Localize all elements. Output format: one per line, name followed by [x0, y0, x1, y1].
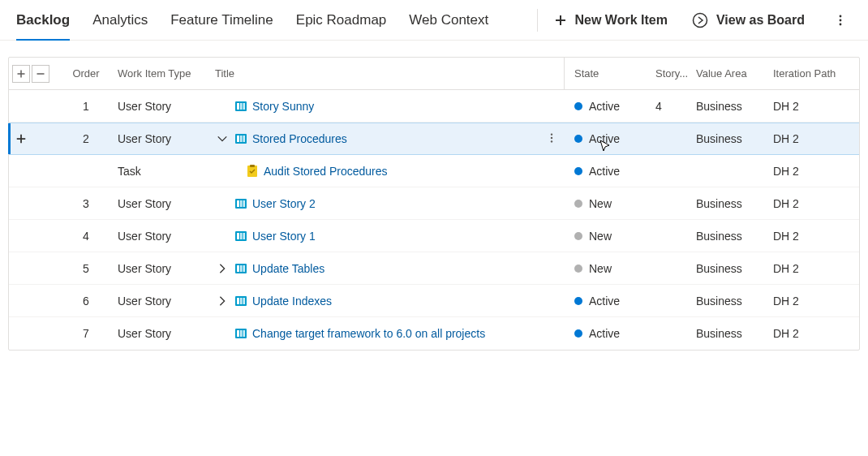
tab-epic-roadmap[interactable]: Epic Roadmap	[296, 0, 387, 40]
row-value-area: Business	[693, 262, 770, 275]
expand-all-button[interactable]	[12, 65, 30, 83]
header-more-button[interactable]	[829, 9, 852, 32]
row-state: Active	[589, 165, 620, 178]
backlog-row[interactable]: 1User StoryStory SunnyActive4BusinessDH …	[9, 90, 859, 123]
row-state: Active	[589, 295, 620, 308]
row-state: Active	[589, 132, 620, 145]
state-dot-icon	[574, 135, 582, 143]
row-order: 6	[58, 295, 114, 308]
grid-header: Order Work Item Type Title State Story..…	[9, 58, 859, 90]
row-iteration: DH 2	[770, 262, 859, 275]
chevron-right-icon[interactable]	[215, 295, 230, 307]
col-header-value[interactable]: Value Area	[693, 67, 770, 80]
row-order: 4	[58, 230, 114, 243]
row-title-link[interactable]: Change target framework to 6.0 on all pr…	[252, 327, 485, 340]
board-view-icon	[692, 12, 708, 28]
row-value-area: Business	[693, 132, 770, 145]
tab-analytics[interactable]: Analytics	[92, 0, 148, 40]
view-as-board-button[interactable]: View as Board	[692, 12, 805, 28]
row-state: Active	[589, 327, 620, 340]
row-iteration: DH 2	[770, 327, 859, 340]
row-iteration: DH 2	[770, 197, 859, 210]
backlog-row[interactable]: 5User StoryUpdate TablesNewBusinessDH 2	[9, 252, 859, 285]
tab-backlog[interactable]: Backlog	[16, 0, 70, 40]
row-value-area: Business	[693, 230, 770, 243]
minus-icon	[36, 69, 45, 79]
more-vertical-icon	[546, 132, 557, 144]
row-state: New	[589, 197, 612, 210]
user-story-icon	[234, 230, 247, 243]
col-header-title[interactable]: Title	[212, 67, 533, 80]
tab-web-context[interactable]: Web Context	[409, 0, 488, 40]
collapse-all-button[interactable]	[32, 65, 49, 83]
plus-icon	[15, 133, 27, 144]
plus-icon	[16, 69, 26, 79]
new-work-item-label: New Work Item	[575, 13, 668, 28]
state-dot-icon	[574, 297, 582, 305]
row-title-link[interactable]: User Story 1	[252, 230, 316, 243]
tab-feature-timeline[interactable]: Feature Timeline	[170, 0, 273, 40]
backlog-row[interactable]: 2User StoryStored ProceduresActiveBusine…	[9, 123, 859, 155]
row-iteration: DH 2	[770, 230, 859, 243]
row-type: User Story	[114, 100, 212, 113]
row-state: New	[589, 230, 612, 243]
row-type: User Story	[114, 295, 212, 308]
row-order: 3	[58, 197, 114, 210]
row-story-points: 4	[652, 100, 693, 113]
chevron-right-icon[interactable]	[215, 263, 230, 274]
row-title-link[interactable]: Stored Procedures	[252, 132, 347, 145]
state-dot-icon	[574, 232, 582, 240]
new-work-item-button[interactable]: New Work Item	[554, 13, 668, 28]
row-iteration: DH 2	[770, 132, 859, 145]
backlog-row[interactable]: 3User StoryUser Story 2NewBusinessDH 2	[9, 187, 859, 220]
user-story-icon	[234, 262, 247, 275]
row-type: User Story	[114, 197, 212, 210]
row-iteration: DH 2	[770, 295, 859, 308]
row-title-link[interactable]: Audit Stored Procedures	[264, 165, 388, 178]
row-more-button[interactable]	[546, 132, 557, 146]
backlog-row[interactable]: TaskAudit Stored ProceduresActiveDH 2	[9, 155, 859, 187]
row-type: User Story	[114, 262, 212, 275]
row-title-link[interactable]: Update Indexes	[252, 295, 332, 308]
user-story-icon	[234, 100, 247, 113]
row-iteration: DH 2	[770, 165, 859, 178]
row-order: 1	[58, 100, 114, 113]
col-header-type[interactable]: Work Item Type	[114, 67, 212, 80]
more-vertical-icon	[834, 14, 847, 27]
state-dot-icon	[574, 265, 582, 273]
row-title-link[interactable]: Update Tables	[252, 262, 324, 275]
row-type: User Story	[114, 230, 212, 243]
row-iteration: DH 2	[770, 100, 859, 113]
col-header-state[interactable]: State	[571, 67, 652, 80]
col-header-order[interactable]: Order	[58, 67, 114, 80]
row-state: New	[589, 262, 612, 275]
row-state: Active	[589, 100, 620, 113]
row-value-area: Business	[693, 327, 770, 340]
top-tabs: Backlog Analytics Feature Timeline Epic …	[16, 0, 488, 40]
row-type: User Story	[114, 327, 212, 340]
row-order: 2	[58, 132, 114, 145]
header-divider	[537, 9, 538, 32]
user-story-icon	[234, 132, 247, 145]
row-value-area: Business	[693, 100, 770, 113]
row-order: 5	[58, 262, 114, 275]
backlog-row[interactable]: 7User StoryChange target framework to 6.…	[9, 317, 859, 350]
row-title-link[interactable]: User Story 2	[252, 197, 316, 210]
row-value-area: Business	[693, 197, 770, 210]
col-header-story[interactable]: Story...	[652, 67, 693, 80]
state-dot-icon	[574, 329, 582, 338]
col-header-iter[interactable]: Iteration Path	[770, 67, 859, 80]
state-dot-icon	[574, 167, 582, 175]
row-title-link[interactable]: Story Sunny	[252, 100, 314, 113]
backlog-row[interactable]: 4User StoryUser Story 1NewBusinessDH 2	[9, 220, 859, 252]
chevron-down-icon[interactable]	[215, 133, 230, 144]
view-as-board-label: View as Board	[716, 13, 805, 28]
row-type: User Story	[114, 132, 212, 145]
user-story-icon	[234, 197, 247, 210]
user-story-icon	[234, 327, 247, 340]
row-value-area: Business	[693, 295, 770, 308]
state-dot-icon	[574, 200, 582, 208]
plus-icon	[554, 14, 567, 27]
backlog-row[interactable]: 6User StoryUpdate IndexesActiveBusinessD…	[9, 285, 859, 317]
add-child-button[interactable]	[12, 130, 30, 148]
